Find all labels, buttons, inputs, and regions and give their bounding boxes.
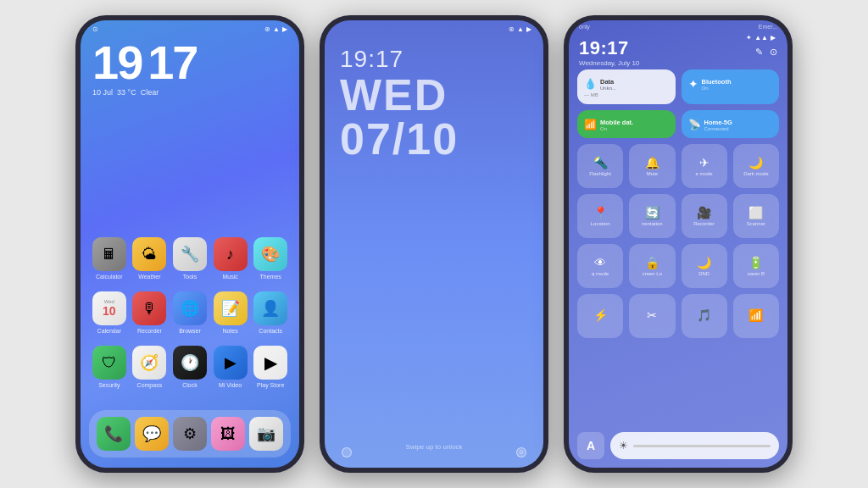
calculator-icon: 🖩 (92, 237, 126, 271)
orientation-icon: 🔄 (645, 206, 659, 219)
edit-icon[interactable]: ✎ (755, 47, 763, 58)
tile-airplane[interactable]: ✈ e mode (682, 144, 727, 188)
app-weather[interactable]: 🌤 Weather (130, 237, 169, 280)
app-browser[interactable]: 🌐 Browser (170, 291, 209, 334)
tile-dnd[interactable]: 🌙 DND (682, 244, 727, 288)
tile-clip[interactable]: ✂ (629, 294, 675, 338)
app-security[interactable]: 🛡 Security (90, 346, 129, 388)
tile-sound[interactable]: 🎵 (682, 294, 727, 338)
phone-3: only Emer... · ✦ ▲▲ ▶ 19:17 Wednesday, J… (564, 15, 793, 473)
status-left: ⊙ (92, 25, 98, 33)
app-calculator[interactable]: 🖩 Calculator (90, 237, 129, 280)
dock-settings[interactable]: ⚙ (173, 417, 207, 451)
tile-row-2: 📶 Mobile dat. On 📡 Home-5G Connected (577, 110, 779, 138)
temp-text: 33 °C (117, 88, 136, 97)
dock-messages[interactable]: 💬 (135, 417, 169, 451)
tile-recorder[interactable]: 🎥 Recorder (682, 194, 727, 238)
app-compass[interactable]: 🧭 Compass (130, 346, 169, 388)
phone2-date: 07/10 (340, 117, 459, 161)
clock-label: Clock (182, 382, 198, 388)
p3-wifi-icon: ▶ (771, 34, 776, 42)
brightness-track (633, 445, 771, 447)
tile-screenlock[interactable]: 🔒 creen Lo (629, 244, 675, 288)
contacts-label: Contacts (259, 328, 282, 334)
mivideo-icon: ▶ (214, 346, 248, 380)
darkmode-icon: 🌙 (748, 156, 763, 169)
brightness-slider[interactable]: ☀ (610, 432, 779, 459)
flashlight-label: Flashlight (589, 171, 611, 176)
app-calendar[interactable]: Wed 10 Calendar (90, 291, 129, 334)
app-mivideo[interactable]: ▶ Mi Video (211, 346, 250, 388)
compass-icon: 🧭 (132, 346, 166, 380)
tile-qmode[interactable]: 👁 q mode (577, 244, 623, 288)
app-tools[interactable]: 🔧 Tools (170, 237, 209, 280)
tile-saver[interactable]: 🔋 saver B (733, 244, 779, 288)
tile-wifi[interactable]: 📡 Home-5G Connected (682, 110, 780, 138)
app-contacts[interactable]: 👤 Contacts (251, 291, 290, 334)
control-date-text: Wednesday, July 10 (579, 59, 639, 67)
p3-status-right: ✦ ▲▲ ▶ (746, 34, 776, 42)
tile-mute[interactable]: 🔔 Mute (629, 144, 675, 188)
mobile-data-label: Mobile dat. (600, 119, 633, 126)
app-row-2: Wed 10 Calendar 🎙 Recorder 🌐 Browser 📝 N… (89, 291, 291, 334)
small-tile-row-3: 👁 q mode 🔒 creen Lo 🌙 DND 🔋 saver B (577, 244, 779, 288)
app-notes[interactable]: 📝 Notes (211, 291, 250, 334)
playstore-label: Play Store (257, 382, 284, 388)
weather-label: Weather (138, 274, 160, 280)
screenlock-label: creen Lo (643, 271, 662, 276)
tile-flash[interactable]: ⚡ (577, 294, 623, 338)
recorder-tile-icon: 🎥 (697, 206, 711, 219)
tile-bluetooth[interactable]: ✦ Bluetooth On (682, 69, 780, 104)
tile-mobile-data[interactable]: 📶 Mobile dat. On (577, 110, 676, 138)
data-label: Data (600, 78, 616, 86)
phone-2: ⊛ ▲ ▶ 19:17 WED 07/10 Swipe up to unlock… (320, 15, 548, 473)
bluetooth-tile-icon: ✦ (688, 77, 698, 91)
tile-orientation[interactable]: 🔄 nentation (629, 194, 675, 238)
info-icon[interactable]: ⊙ (770, 47, 777, 58)
data-sublabel: Unkn... (600, 86, 616, 91)
tools-icon: 🔧 (173, 237, 207, 271)
tile-data[interactable]: 💧 Data Unkn... — MB (577, 69, 676, 104)
accessibility-button[interactable]: A (577, 432, 604, 459)
tools-label: Tools (183, 274, 197, 280)
dock-gallery[interactable]: 🖼 (211, 417, 245, 451)
saver-icon: 🔋 (748, 256, 763, 269)
scanner-icon: ⬜ (748, 206, 763, 219)
small-tile-row-4: ⚡ ✂ 🎵 📶 (577, 294, 779, 338)
app-playstore[interactable]: ▶ Play Store (251, 346, 290, 388)
camera-shortcut[interactable]: ⊙ (516, 447, 526, 458)
phone2-day: WED (340, 73, 459, 117)
tile-flashlight[interactable]: 🔦 Flashlight (577, 144, 623, 188)
screenlock-icon: 🔒 (645, 256, 659, 269)
tile-darkmode[interactable]: 🌙 Dark mode (733, 144, 779, 188)
dock-phone[interactable]: 📞 (97, 417, 131, 451)
tile-signal[interactable]: 📶 (733, 294, 779, 338)
browser-label: Browser (179, 328, 201, 334)
signal-tile-icon: 📶 (748, 308, 763, 322)
clip-icon: ✂ (647, 308, 657, 322)
mute-icon: 🔔 (645, 156, 659, 169)
small-tile-row-2: 📍 Location 🔄 nentation 🎥 Recorder ⬜ Scan… (577, 194, 779, 238)
p2-bluetooth-icon: ⊛ (509, 25, 515, 33)
app-clock[interactable]: 🕐 Clock (170, 346, 209, 388)
app-recorder[interactable]: 🎙 Recorder (130, 291, 169, 334)
music-label: Music (222, 274, 237, 280)
tile-scanner[interactable]: ⬜ Scanner (733, 194, 779, 238)
dock-camera[interactable]: 📷 (249, 417, 283, 451)
airplane-icon: ✈ (699, 156, 709, 169)
tile-location[interactable]: 📍 Location (577, 194, 623, 238)
contacts-icon: 👤 (253, 291, 287, 325)
bluetooth-icon: ⊛ (264, 25, 270, 33)
recorder-icon: 🎙 (132, 291, 166, 325)
compass-label: Compass (137, 382, 163, 388)
recorder-label: Recorder (137, 328, 162, 334)
date-text: 10 Jul (92, 88, 113, 97)
app-themes[interactable]: 🎨 Themes (251, 237, 290, 280)
app-grid: 🖩 Calculator 🌤 Weather 🔧 Tools ♪ Music 🎨 (89, 237, 291, 400)
lock-icon (342, 447, 352, 458)
signal-icon: ▲ (273, 25, 280, 33)
p3-signal-icon: ▲▲ (754, 34, 768, 42)
app-music[interactable]: ♪ Music (211, 237, 250, 280)
notes-label: Notes (222, 328, 237, 334)
orientation-label: nentation (642, 221, 663, 226)
